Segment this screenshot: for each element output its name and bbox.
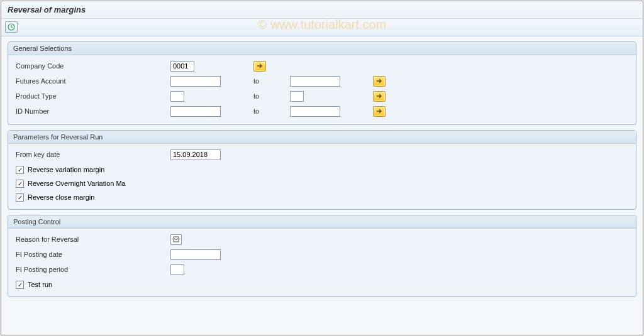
content-area: General Selections Company Code: [1, 36, 643, 307]
futures-account-label: Futures Account: [13, 77, 170, 85]
svg-rect-1: [174, 237, 179, 242]
company-code-input[interactable]: [170, 61, 194, 72]
id-number-to-input[interactable]: [290, 106, 340, 117]
group-general-selections: General Selections Company Code: [8, 41, 636, 125]
arrow-right-icon: [257, 63, 263, 69]
clock-execute-icon: [8, 23, 15, 31]
value-help-icon: [173, 236, 179, 242]
page-title: Reversal of margins: [8, 5, 636, 14]
fi-posting-period-label: FI Posting period: [13, 266, 170, 273]
arrow-right-icon: [376, 108, 382, 114]
futures-account-multi-button[interactable]: [373, 76, 386, 87]
row-reason-reversal: Reason for Reversal: [13, 232, 631, 246]
product-type-to-input[interactable]: [290, 91, 304, 102]
row-reverse-variation: ✓ Reverse variation margin: [13, 163, 631, 176]
row-test-run: ✓ Test run: [13, 278, 631, 291]
reverse-overnight-checkbox[interactable]: ✓: [16, 180, 24, 188]
row-reverse-close: ✓ Reverse close margin: [13, 190, 631, 204]
toolbar: [1, 19, 643, 36]
group-body-posting: Reason for Reversal FI Posting date: [8, 229, 636, 296]
row-reverse-overnight: ✓ Reverse Overnight Variation Ma: [13, 176, 631, 190]
company-code-label: Company Code: [13, 62, 170, 70]
test-run-label: Test run: [28, 281, 52, 288]
execute-button[interactable]: [5, 21, 18, 33]
fi-posting-date-input[interactable]: [170, 249, 221, 260]
test-run-checkbox[interactable]: ✓: [16, 281, 24, 289]
title-bar: Reversal of margins: [1, 1, 643, 19]
row-product-type: Product Type to: [13, 89, 631, 103]
to-label-futures: to: [246, 77, 290, 85]
group-body-parameters: From key date ✓ Reverse variation margin…: [8, 144, 636, 209]
company-code-multi-button[interactable]: [253, 61, 266, 72]
row-futures-account: Futures Account to: [13, 74, 631, 88]
group-title-parameters: Parameters for Reversal Run: [8, 131, 636, 144]
group-title-general: General Selections: [8, 42, 636, 55]
fi-posting-date-label: FI Posting date: [13, 251, 170, 258]
row-fi-posting-period: FI Posting period: [13, 263, 631, 276]
product-type-label: Product Type: [13, 92, 170, 100]
group-body-general: Company Code Futures Account t: [8, 55, 636, 124]
app-frame: Reversal of margins © www.tutorialkart.c…: [1, 1, 643, 335]
from-key-date-label: From key date: [13, 151, 170, 158]
row-company-code: Company Code: [13, 59, 631, 73]
reverse-overnight-label: Reverse Overnight Variation Ma: [28, 180, 126, 187]
to-label-product: to: [246, 92, 290, 100]
arrow-right-icon: [376, 78, 382, 84]
id-number-label: ID Number: [13, 107, 170, 115]
group-posting-control: Posting Control Reason for Reversal: [8, 215, 636, 297]
futures-account-from-input[interactable]: [170, 76, 221, 87]
reverse-variation-label: Reverse variation margin: [28, 166, 104, 173]
row-from-key-date: From key date: [13, 148, 631, 161]
reverse-close-label: Reverse close margin: [28, 193, 94, 201]
reverse-close-checkbox[interactable]: ✓: [16, 193, 24, 202]
reverse-variation-checkbox[interactable]: ✓: [16, 166, 24, 174]
futures-account-to-input[interactable]: [290, 76, 340, 87]
arrow-right-icon: [376, 93, 382, 99]
product-type-from-input[interactable]: [170, 91, 184, 102]
group-title-posting: Posting Control: [8, 215, 636, 229]
id-number-multi-button[interactable]: [373, 106, 386, 117]
product-type-multi-button[interactable]: [373, 91, 386, 102]
row-id-number: ID Number to: [13, 104, 631, 118]
fi-posting-period-input[interactable]: [170, 264, 184, 275]
reason-reversal-label: Reason for Reversal: [13, 236, 170, 243]
from-key-date-input[interactable]: [170, 149, 221, 160]
reason-reversal-lookup[interactable]: [170, 234, 182, 245]
to-label-id: to: [246, 107, 290, 115]
row-fi-posting-date: FI Posting date: [13, 247, 631, 261]
id-number-from-input[interactable]: [170, 106, 221, 117]
group-parameters: Parameters for Reversal Run From key dat…: [8, 130, 636, 210]
